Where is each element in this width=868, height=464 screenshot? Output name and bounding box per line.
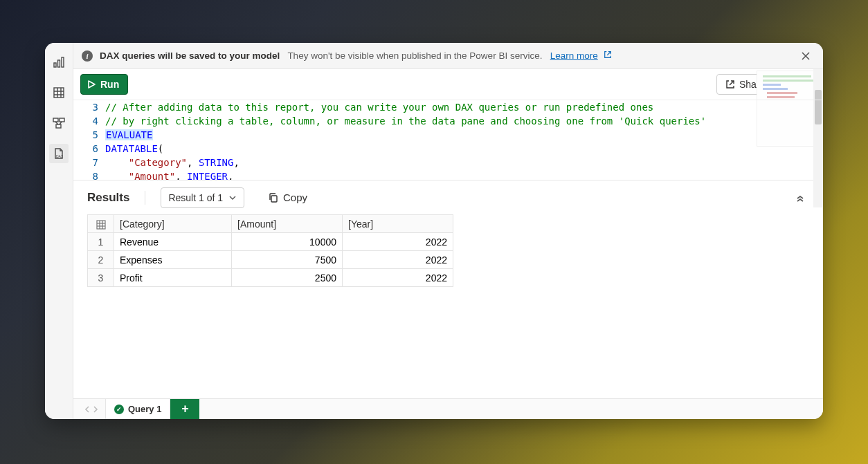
editor-code[interactable]: // After adding data to this report, you…	[105, 100, 823, 180]
banner-learn-more-link[interactable]: Learn more	[550, 50, 598, 61]
view-rail: DAX	[45, 43, 73, 419]
column-header-category[interactable]: [Category]	[114, 215, 232, 233]
banner-title: DAX queries will be saved to your model	[100, 50, 280, 61]
tab-query-1[interactable]: ✓ Query 1	[105, 399, 170, 419]
model-view-icon[interactable]	[49, 113, 69, 133]
copy-label: Copy	[283, 192, 307, 203]
info-banner: i DAX queries will be saved to your mode…	[73, 43, 823, 69]
report-view-icon[interactable]	[49, 53, 69, 72]
chevron-down-icon	[228, 194, 237, 202]
dax-query-view-icon[interactable]: DAX	[49, 144, 69, 163]
add-query-tab-button[interactable]: +	[170, 399, 199, 419]
chevron-double-up-icon	[795, 193, 805, 203]
svg-rect-2	[62, 57, 64, 67]
svg-rect-18	[97, 221, 105, 229]
main-area: i DAX queries will be saved to your mode…	[73, 43, 823, 419]
column-header-year[interactable]: [Year]	[343, 215, 453, 233]
svg-rect-8	[53, 118, 58, 122]
run-button-label: Run	[100, 79, 119, 90]
collapse-results-button[interactable]	[791, 189, 809, 207]
svg-rect-10	[56, 124, 61, 128]
copy-icon	[268, 192, 279, 203]
table-row[interactable]: 2 Expenses 7500 2022	[88, 251, 453, 269]
table-row[interactable]: 3 Profit 2500 2022	[88, 269, 453, 287]
banner-detail: They won't be visible when published in …	[287, 50, 542, 61]
dax-editor[interactable]: 345678 // After adding data to this repo…	[73, 100, 823, 180]
table-corner-icon	[88, 215, 114, 233]
results-table-area: [Category] [Amount] [Year] 1 Revenue 100…	[73, 214, 823, 398]
svg-text:DAX: DAX	[56, 154, 64, 158]
column-header-amount[interactable]: [Amount]	[232, 215, 343, 233]
svg-rect-9	[60, 118, 64, 122]
query-tabs: ✓ Query 1 +	[73, 398, 823, 419]
svg-marker-16	[89, 81, 95, 88]
result-selector-label: Result 1 of 1	[168, 192, 223, 203]
svg-rect-3	[54, 88, 64, 98]
svg-rect-1	[58, 60, 60, 67]
data-view-icon[interactable]	[49, 83, 69, 102]
results-bar: Results Result 1 of 1 Copy	[73, 180, 823, 214]
editor-gutter: 345678	[73, 100, 105, 180]
copy-button[interactable]: Copy	[268, 192, 307, 203]
svg-rect-0	[54, 63, 56, 67]
run-button[interactable]: Run	[80, 74, 128, 95]
query-toolbar: Run Share feedback	[73, 69, 823, 100]
results-table: [Category] [Amount] [Year] 1 Revenue 100…	[87, 214, 453, 287]
svg-rect-17	[271, 196, 277, 202]
tab-label: Query 1	[128, 404, 161, 414]
result-selector[interactable]: Result 1 of 1	[161, 187, 244, 208]
table-row[interactable]: 1 Revenue 10000 2022	[88, 233, 453, 251]
checkmark-icon: ✓	[114, 405, 124, 414]
results-title: Results	[87, 191, 145, 205]
info-icon: i	[82, 50, 93, 62]
external-link-icon	[604, 50, 612, 61]
banner-close-button[interactable]	[797, 47, 815, 65]
table-header-row: [Category] [Amount] [Year]	[88, 215, 453, 233]
app-card: DAX i DAX queries will be saved to your …	[45, 43, 823, 419]
tab-nav-arrows[interactable]	[78, 399, 105, 419]
